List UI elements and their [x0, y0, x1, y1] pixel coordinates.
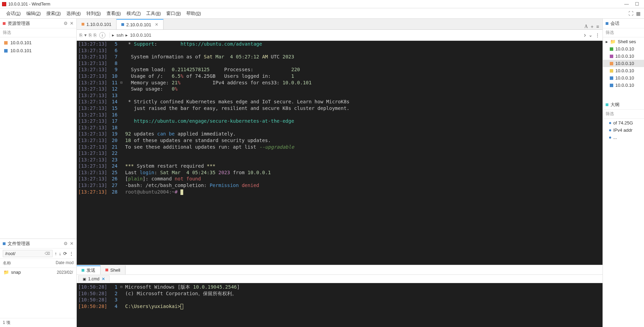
new-window-icon[interactable]: ⎘ — [80, 32, 82, 38]
maximize-button[interactable]: ☐ — [635, 1, 639, 7]
menu-item[interactable]: 选择(4) — [64, 9, 84, 18]
menu-item[interactable]: 查看(6) — [104, 9, 124, 18]
file-row[interactable]: 📁snap2023/02/ — [0, 269, 76, 276]
close-icon[interactable]: ✕ — [102, 277, 105, 281]
go-icon[interactable]: › — [584, 31, 586, 39]
outline-panel-title: 大纲 — [610, 102, 641, 108]
resource-panel-header: 资源管理器 ⚙ ✕ — [0, 19, 76, 28]
add-tab-button[interactable]: + — [591, 24, 594, 29]
path-row: /root/ ⌫ ↑ ↓ ⟳ ⋮ — [0, 249, 76, 259]
title-bar: 10.0.0.101 - WindTerm — ☐ — [0, 0, 644, 8]
close-icon[interactable]: ✕ — [70, 21, 74, 26]
tab-menu-icon[interactable]: ≡ — [596, 24, 599, 29]
menu-bar: 会话(1)编辑(2)搜索(3)选择(4)转到(5)查看(6)模式(7)工具(8)… — [0, 8, 644, 19]
resource-list: 10.0.0.10110.0.0.101 — [0, 37, 76, 56]
app-logo-icon — [2, 2, 6, 6]
session-tab[interactable]: 1.10.0.0.101 — [77, 19, 116, 29]
folder-icon: 📁 — [3, 270, 9, 275]
sessions-filter[interactable]: 筛选 — [603, 28, 644, 37]
sessions-panel-title: 会话 — [610, 20, 641, 27]
outline-panel-header: 大纲 — [603, 100, 644, 110]
resource-panel-title: 资源管理器 — [8, 20, 64, 27]
menu-item[interactable]: 帮助(0) — [184, 9, 204, 18]
chevron-down-icon[interactable]: ▾ — [84, 32, 87, 38]
path-input[interactable]: /root/ ⌫ — [3, 250, 53, 257]
session-item[interactable]: 10.0.0.10 — [603, 67, 644, 74]
refresh-icon[interactable]: ⟳ — [63, 251, 67, 256]
file-panel-title: 文件管理器 — [8, 241, 64, 247]
items-count: 1 项 — [0, 318, 76, 327]
more-icon[interactable]: ⋮ — [595, 32, 600, 38]
breadcrumb[interactable]: ▸ ssh ▸ 10.0.0.101 — [110, 32, 581, 38]
outline-item[interactable]: IPv4 addr — [603, 127, 644, 134]
bullet-icon — [606, 103, 608, 106]
session-item[interactable]: 10.0.0.10 — [603, 82, 644, 89]
resource-item[interactable]: 10.0.0.101 — [0, 47, 76, 55]
file-panel: 文件管理器 ⚙ ✕ /root/ ⌫ ↑ ↓ ⟳ ⋮ 名称 Date mod — [0, 239, 76, 327]
session-item[interactable]: 10.0.0.10 — [603, 60, 644, 67]
menu-item[interactable]: 窗口(9) — [164, 9, 184, 18]
chevron-right-icon: ▸ — [606, 39, 608, 44]
bottom-tab[interactable]: 发送 — [77, 265, 101, 274]
close-icon[interactable]: ✕ — [155, 22, 158, 27]
bottom-tab[interactable]: Shell — [101, 265, 125, 274]
up-icon[interactable]: ↑ — [55, 251, 57, 256]
left-sidebar: 资源管理器 ⚙ ✕ 筛选 10.0.0.10110.0.0.101 文件管理器 … — [0, 19, 77, 327]
font-icon[interactable]: A — [585, 24, 588, 29]
address-bar: ⎘ ▾ ⎘ ⎘ i ▸ ssh ▸ 10.0.0.101 › ⌄ ⋮ — [77, 30, 603, 41]
session-folder[interactable]: ▸ 📁 Shell ses — [603, 38, 644, 45]
chevron-down-icon[interactable]: ⌄ — [589, 32, 592, 38]
info-icon[interactable]: i — [99, 32, 105, 38]
file-header: 名称 Date mod — [0, 259, 76, 268]
more-icon[interactable]: ⋮ — [69, 251, 74, 256]
bullet-icon — [3, 22, 6, 25]
menu-item[interactable]: 转到(5) — [84, 9, 104, 18]
layout-icon[interactable]: ▦ — [636, 11, 641, 16]
main-terminal[interactable]: [13:27:13]5 * Support: https://ubuntu.co… — [77, 41, 603, 265]
sessions-panel-header: 会话 — [603, 19, 644, 28]
session-list: ▸ 📁 Shell ses 10.0.0.1010.0.0.1010.0.0.1… — [603, 37, 644, 90]
gear-icon[interactable]: ⚙ — [64, 21, 68, 26]
outline-list: of 74.25GIPv4 addr... — [603, 119, 644, 142]
file-panel-header: 文件管理器 ⚙ ✕ — [0, 239, 76, 249]
resource-filter[interactable]: 筛选 — [0, 28, 76, 37]
session-tab[interactable]: 2.10.0.0.101✕ — [116, 19, 163, 29]
menu-item[interactable]: 编辑(2) — [24, 9, 44, 18]
clear-icon[interactable]: ⌫ — [45, 251, 50, 256]
outline-item[interactable]: ... — [603, 134, 644, 141]
folder-icon: 📁 — [610, 39, 616, 44]
menu-item[interactable]: 工具(8) — [143, 9, 164, 18]
file-list: 📁snap2023/02/ — [0, 268, 76, 277]
outline-filter[interactable]: 筛选 — [603, 110, 644, 119]
shell-tab-row: ▣ 1.cmd ✕ — [77, 275, 603, 283]
resource-item[interactable]: 10.0.0.101 — [0, 39, 76, 47]
shell-tab[interactable]: ▣ 1.cmd ✕ — [78, 275, 110, 282]
tabs-row: 1.10.0.0.1012.10.0.0.101✕ A + ≡ — [77, 19, 603, 30]
menu-item[interactable]: 会话(1) — [3, 9, 24, 18]
duplicate-icon[interactable]: ⎘ — [94, 32, 96, 38]
session-item[interactable]: 10.0.0.10 — [603, 53, 644, 60]
bullet-icon — [3, 242, 6, 245]
bottom-panel: 发送Shell ▣ 1.cmd ✕ [10:50:28]1⊟Microsoft … — [77, 265, 603, 327]
fullscreen-icon[interactable]: ⛶ — [628, 11, 633, 16]
bottom-tabs: 发送Shell — [77, 265, 603, 275]
menu-item[interactable]: 搜索(3) — [44, 9, 64, 18]
center-area: 1.10.0.0.1012.10.0.0.101✕ A + ≡ ⎘ ▾ ⎘ ⎘ … — [77, 19, 603, 327]
menu-item[interactable]: 模式(7) — [124, 9, 144, 18]
cmd-icon: ▣ — [83, 277, 86, 281]
bottom-terminal[interactable]: [10:50:28]1⊟Microsoft Windows [版本 10.0.1… — [77, 283, 603, 327]
close-icon[interactable]: ✕ — [70, 241, 74, 246]
outline-item[interactable]: of 74.25G — [603, 119, 644, 127]
minimize-button[interactable]: — — [624, 1, 629, 7]
window-title: 10.0.0.101 - WindTerm — [8, 2, 624, 7]
session-item[interactable]: 10.0.0.10 — [603, 45, 644, 53]
session-item[interactable]: 10.0.0.10 — [603, 74, 644, 82]
right-sidebar: 会话 筛选 ▸ 📁 Shell ses 10.0.0.1010.0.0.1010… — [603, 19, 644, 327]
gear-icon[interactable]: ⚙ — [64, 241, 68, 246]
bullet-icon — [606, 22, 608, 25]
copy-icon[interactable]: ⎘ — [89, 32, 92, 38]
down-icon[interactable]: ↓ — [59, 251, 62, 256]
